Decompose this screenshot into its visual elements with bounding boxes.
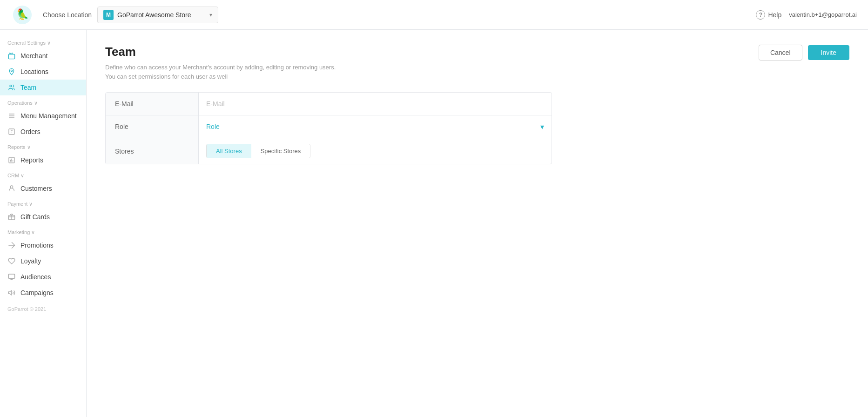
sidebar-item-orders[interactable]: Orders [0, 124, 86, 140]
help-circle-icon: ? [756, 10, 765, 20]
chevron-down-icon: ▾ [540, 122, 544, 131]
loyalty-icon [7, 257, 16, 265]
promotions-icon [7, 241, 16, 249]
sidebar-item-reports[interactable]: Reports [0, 152, 86, 168]
sidebar-item-locations-label: Locations [20, 68, 48, 75]
help-label: Help [768, 11, 781, 19]
svg-point-7 [10, 186, 13, 188]
sidebar-item-orders-label: Orders [20, 128, 40, 135]
email-label: E-Mail [106, 93, 199, 115]
payment-section: Payment ∨ [0, 196, 86, 209]
sidebar-item-campaigns-label: Campaigns [20, 289, 54, 296]
location-selector-area: Choose Location M GoParrot Awesome Store… [43, 7, 756, 23]
page-description: Define who can access your Merchant's ac… [105, 63, 347, 81]
sidebar-item-customers-label: Customers [20, 185, 52, 192]
header-right: ? Help valentin.b+1@goparrot.ai [756, 10, 857, 20]
reports-section: Reports ∨ [0, 140, 86, 152]
store-icon [7, 52, 16, 60]
role-row: Role Role ▾ [106, 115, 552, 138]
invite-button[interactable]: Invite [808, 45, 849, 60]
sidebar-item-loyalty-label: Loyalty [20, 257, 41, 265]
help-button[interactable]: ? Help [756, 10, 781, 20]
top-header: 🦜 Choose Location M GoParrot Awesome Sto… [0, 0, 868, 30]
user-email: valentin.b+1@goparrot.ai [789, 11, 857, 18]
sidebar-item-locations[interactable]: Locations [0, 64, 86, 80]
page-title: Team [105, 45, 347, 59]
chevron-down-icon: ▾ [209, 12, 212, 18]
sidebar-item-reports-label: Reports [20, 156, 43, 164]
logo: 🦜 [11, 4, 34, 26]
marketing-section: Marketing ∨ [0, 225, 86, 237]
sidebar-item-campaigns[interactable]: Campaigns [0, 285, 86, 301]
title-block: Team Define who can access your Merchant… [105, 45, 347, 81]
sidebar-item-menu-management-label: Menu Management [20, 112, 77, 120]
sidebar-item-gift-cards[interactable]: Gift Cards [0, 209, 86, 225]
gift-icon [7, 213, 16, 221]
cancel-button[interactable]: Cancel [759, 45, 802, 61]
email-row: E-Mail [106, 93, 552, 115]
sidebar-item-audiences[interactable]: Audiences [0, 269, 86, 285]
orders-icon [7, 128, 16, 136]
team-icon [7, 83, 16, 92]
stores-value-cell: All Stores Specific Stores [199, 138, 552, 164]
sidebar-footer: GoParrot © 2021 [0, 301, 86, 317]
general-settings-section: General Settings ∨ [0, 35, 86, 48]
menu-icon [7, 112, 16, 120]
sidebar-item-promotions-label: Promotions [20, 242, 54, 249]
all-stores-button[interactable]: All Stores [207, 144, 251, 158]
sidebar-item-merchant[interactable]: Merchant [0, 48, 86, 64]
svg-text:🦜: 🦜 [16, 8, 29, 20]
sidebar-item-loyalty[interactable]: Loyalty [0, 253, 86, 269]
svg-marker-10 [8, 290, 11, 295]
email-value-cell [199, 93, 552, 115]
audiences-icon [7, 273, 16, 281]
main-layout: General Settings ∨ Merchant Locations Te… [0, 30, 868, 417]
role-value-cell: Role ▾ [199, 115, 552, 138]
svg-point-4 [10, 85, 12, 87]
location-dropdown[interactable]: M GoParrot Awesome Store ▾ [97, 7, 218, 23]
stores-row: Stores All Stores Specific Stores [106, 138, 552, 164]
stores-label: Stores [106, 138, 199, 164]
sidebar-item-audiences-label: Audiences [20, 273, 51, 281]
sidebar-item-customers[interactable]: Customers [0, 181, 86, 196]
role-placeholder: Role [206, 123, 540, 130]
svg-point-3 [11, 70, 12, 71]
campaigns-icon [7, 289, 16, 297]
customers-icon [7, 184, 16, 193]
svg-rect-2 [8, 54, 14, 59]
role-label: Role [106, 115, 199, 138]
invite-form: E-Mail Role Role ▾ Stores [105, 92, 552, 164]
sidebar-item-team-label: Team [20, 84, 36, 91]
sidebar-item-gift-cards-label: Gift Cards [20, 213, 50, 221]
reports-icon [7, 156, 16, 164]
sidebar-item-promotions[interactable]: Promotions [0, 237, 86, 253]
svg-rect-9 [8, 274, 14, 278]
sidebar-item-menu-management[interactable]: Menu Management [0, 108, 86, 124]
sidebar-item-merchant-label: Merchant [20, 52, 47, 60]
location-icon [7, 67, 16, 76]
choose-location-label: Choose Location [43, 11, 92, 19]
location-badge: M [103, 10, 114, 20]
main-content: Team Define who can access your Merchant… [87, 30, 868, 417]
content-header: Team Define who can access your Merchant… [105, 45, 849, 81]
specific-stores-button[interactable]: Specific Stores [251, 144, 310, 158]
sidebar-item-team[interactable]: Team [0, 80, 86, 95]
email-input[interactable] [206, 100, 544, 108]
store-toggle-group: All Stores Specific Stores [206, 144, 310, 158]
header-actions: Cancel Invite [759, 45, 849, 61]
crm-section: CRM ∨ [0, 168, 86, 181]
location-name: GoParrot Awesome Store [117, 11, 206, 19]
sidebar: General Settings ∨ Merchant Locations Te… [0, 30, 87, 417]
role-dropdown[interactable]: Role ▾ [206, 122, 544, 131]
operations-section: Operations ∨ [0, 95, 86, 108]
